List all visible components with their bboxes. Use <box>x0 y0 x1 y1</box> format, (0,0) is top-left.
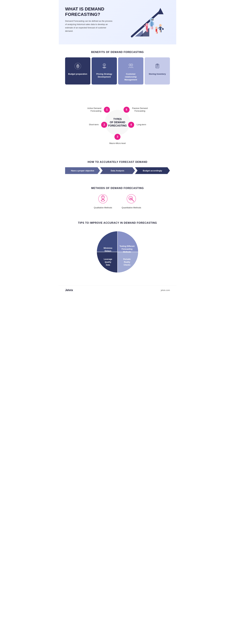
svg-rect-9 <box>151 26 152 29</box>
svg-rect-47 <box>131 198 132 200</box>
svg-rect-6 <box>150 22 153 26</box>
pricing-icon: $ <box>100 62 108 70</box>
benefits-title: BENEFITS OF DEMAND FORECASTING <box>65 51 170 54</box>
step-3: Budget accordingly <box>135 167 170 174</box>
benefit-label-pricing: Pricing Strategy Development <box>94 72 114 78</box>
svg-rect-10 <box>152 26 153 29</box>
steps-flow: Have a proper objective Data Analysis Bu… <box>65 167 170 174</box>
benefit-card-budget: $ Budget preparation <box>65 58 90 84</box>
qualitative-svg <box>98 194 108 204</box>
svg-rect-11 <box>151 19 154 20</box>
quantitative-label: Quantitative Methods <box>122 206 141 209</box>
howto-section: HOW TO ACCURATELY FORECAST DEMAND Have a… <box>59 154 176 180</box>
type-bubble-5: 5 <box>124 107 130 113</box>
qualitative-icon-wrap <box>98 194 109 204</box>
svg-line-44 <box>132 200 134 201</box>
svg-rect-16 <box>147 30 148 32</box>
method-qualitative: Qualitative Methods <box>94 194 112 209</box>
step-2: Data Analysis <box>100 167 135 174</box>
inventory-svg <box>154 62 161 70</box>
svg-point-24 <box>155 27 157 29</box>
howto-title: HOW TO ACCURATELY FORECAST DEMAND <box>65 160 170 164</box>
type-bubble-4: 4 <box>128 122 134 128</box>
benefits-section: BENEFITS OF DEMAND FORECASTING $ Budget … <box>59 44 176 91</box>
type-node-2: 2 Short-term <box>89 122 107 128</box>
svg-rect-27 <box>157 32 157 34</box>
svg-rect-25 <box>156 29 157 32</box>
type-label-3: Macro-Micro level <box>109 142 126 145</box>
type-label-2: Short-term <box>89 123 99 126</box>
svg-text:Minimize: Minimize <box>104 247 112 249</box>
svg-rect-23 <box>161 30 161 32</box>
type-bubble-2: 2 <box>101 122 107 128</box>
type-node-1: 1 Active DemandForecasting <box>87 107 110 113</box>
svg-text:Leverage: Leverage <box>104 258 112 260</box>
type-node-3: 3 Macro-Micro level <box>109 134 126 145</box>
type-label-4: Long-term <box>137 123 146 126</box>
pie-svg: Minimize Delays Testing Different Foreca… <box>94 228 141 276</box>
header-section: WHAT IS DEMAND FORECASTING? Demand Forec… <box>59 0 176 44</box>
svg-text:Quality: Quality <box>105 261 111 263</box>
svg-text:Data: Data <box>106 264 110 266</box>
svg-text:Delays: Delays <box>105 250 111 252</box>
methods-grid: Qualitative Methods Quantitative Methods <box>65 194 170 209</box>
types-section: TYPES OF DEMAND FORECASTING 1 Active Dem… <box>59 91 176 154</box>
benefits-grid: $ Budget preparation $ Pricing Strategy … <box>65 58 170 84</box>
benefit-label-budget: Budget preparation <box>68 72 87 76</box>
benefit-card-crm: Customer relationship Management <box>118 58 143 84</box>
type-node-4: 4 Long-term <box>128 122 146 128</box>
crm-svg <box>127 62 134 70</box>
benefit-card-pricing: $ Pricing Strategy Development <box>92 58 117 84</box>
type-bubble-1: 1 <box>104 107 110 113</box>
budget-icon: $ <box>74 62 82 70</box>
svg-rect-45 <box>130 198 130 200</box>
types-center: TYPES OF DEMAND FORECASTING <box>108 118 127 127</box>
benefit-card-inventory: Storing Inventory <box>145 58 170 84</box>
svg-text:Checks: Checks <box>124 264 131 266</box>
svg-point-32 <box>129 64 131 66</box>
svg-point-41 <box>102 196 104 198</box>
header-text: WHAT IS DEMAND FORECASTING? Demand Forec… <box>65 6 113 33</box>
svg-rect-8 <box>153 22 154 25</box>
pie-chart: Minimize Delays Testing Different Foreca… <box>94 228 141 276</box>
svg-point-12 <box>145 23 148 26</box>
pricing-svg: $ <box>101 62 108 70</box>
methods-section: METHODS OF DEMAND FORECASTING Qualitativ… <box>59 180 176 215</box>
svg-marker-2 <box>157 8 163 14</box>
footer: Jelvix jelvix.com <box>59 285 176 295</box>
step-1: Have a proper objective <box>65 167 100 174</box>
type-label-1: Active DemandForecasting <box>87 107 101 112</box>
svg-text:Testing Different: Testing Different <box>120 245 134 247</box>
qualitative-label: Qualitative Methods <box>94 206 112 209</box>
type-label-5: Passive DemandForecasting <box>132 107 148 112</box>
quantitative-icon-wrap <box>126 194 137 204</box>
svg-text:$: $ <box>77 65 78 67</box>
svg-text:Reality: Reality <box>124 261 130 263</box>
svg-point-17 <box>159 24 162 27</box>
svg-rect-18 <box>159 27 161 30</box>
svg-text:Forecasting: Forecasting <box>122 248 132 250</box>
types-center-title: TYPES OF DEMAND FORECASTING <box>108 118 127 127</box>
header-description: Demand Forecasting can be defined as the… <box>65 20 113 33</box>
budget-svg: $ <box>74 62 81 70</box>
inventory-icon <box>153 62 161 70</box>
quantitative-svg <box>126 194 137 204</box>
type-bubble-3: 3 <box>114 134 121 140</box>
crm-icon <box>127 62 135 70</box>
types-diagram: TYPES OF DEMAND FORECASTING 1 Active Dem… <box>86 97 149 148</box>
svg-rect-26 <box>156 32 157 34</box>
svg-text:$: $ <box>104 64 105 66</box>
tips-section: TIPS TO IMPROVE ACCURACY IN DEMAND FOREC… <box>59 215 176 285</box>
svg-rect-21 <box>162 28 163 30</box>
type-node-5: 5 Passive DemandForecasting <box>124 107 148 113</box>
page-title: WHAT IS DEMAND FORECASTING? <box>65 6 113 17</box>
methods-title: METHODS OF DEMAND FORECASTING <box>65 187 170 190</box>
svg-text:Methods: Methods <box>123 251 131 253</box>
footer-brand: Jelvix <box>65 288 73 292</box>
benefit-label-inventory: Storing Inventory <box>149 72 166 76</box>
svg-rect-15 <box>146 30 147 32</box>
svg-text:Periodic: Periodic <box>123 258 131 260</box>
benefit-label-crm: Customer relationship Management <box>121 72 141 81</box>
hero-svg <box>122 3 173 41</box>
method-quantitative: Quantitative Methods <box>122 194 141 209</box>
